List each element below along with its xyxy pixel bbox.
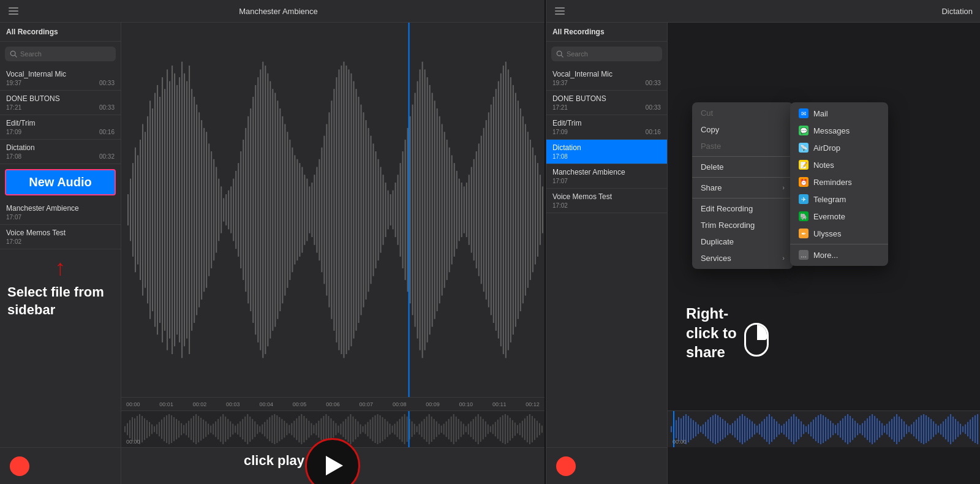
svg-rect-272 (363, 426, 364, 433)
svg-rect-155 (500, 74, 502, 347)
svg-rect-204 (195, 414, 197, 444)
list-item[interactable]: Vocal_Internal Mic 19:37 00:33 (0, 66, 121, 91)
submenu-mail[interactable]: ✉ Mail (790, 105, 888, 122)
svg-rect-320 (480, 417, 481, 442)
svg-rect-358 (690, 418, 692, 440)
context-menu-trim-recording[interactable]: Trim Recording (692, 217, 793, 233)
instruction-text: Select file from sidebar (7, 284, 113, 319)
svg-rect-219 (232, 424, 233, 435)
context-menu-duplicate[interactable]: Duplicate (692, 233, 793, 250)
svg-rect-9 (142, 124, 143, 295)
svg-rect-408 (813, 420, 814, 439)
svg-rect-127 (432, 93, 433, 327)
svg-rect-229 (257, 425, 258, 434)
svg-rect-379 (742, 414, 743, 444)
notes-icon: 📝 (799, 160, 809, 170)
svg-rect-172 (542, 186, 543, 233)
svg-rect-207 (203, 420, 204, 439)
submenu-reminders[interactable]: ⏰ Reminders (790, 173, 888, 191)
record-button[interactable] (10, 456, 29, 476)
svg-rect-42 (223, 198, 224, 221)
context-menu-services[interactable]: Services › (692, 250, 793, 267)
recording-meta: 17:07 (6, 214, 115, 221)
svg-rect-213 (217, 419, 219, 439)
svg-rect-368 (715, 414, 716, 444)
svg-rect-435 (879, 421, 880, 438)
svg-rect-256 (323, 416, 324, 442)
svg-rect-311 (458, 419, 459, 439)
list-item[interactable]: Voice Memos Test 17:02 (0, 225, 121, 249)
context-menu-copy[interactable]: Copy (692, 121, 793, 138)
svg-rect-135 (451, 155, 453, 264)
right-sidebar-toggle-button[interactable] (554, 5, 566, 17)
search-bar[interactable] (5, 47, 116, 61)
svg-rect-4 (130, 179, 131, 241)
list-item[interactable]: DONE BUTONS 17:21 00:33 (546, 91, 667, 115)
svg-rect-225 (247, 414, 248, 444)
list-item[interactable]: Vocal_Internal Mic 19:37 00:33 (546, 66, 667, 91)
context-menu-edit-recording[interactable]: Edit Recording (692, 200, 793, 217)
svg-rect-286 (397, 422, 398, 437)
submenu-notes[interactable]: 📝 Notes (790, 156, 888, 173)
recording-meta: 19:37 00:33 (6, 80, 115, 86)
svg-rect-407 (810, 422, 812, 437)
svg-rect-189 (159, 422, 160, 437)
search-input[interactable] (20, 50, 111, 58)
list-item[interactable]: Edit/Trim 17:09 00:16 (546, 115, 667, 140)
time-mark: 00:01 (159, 401, 173, 407)
waveform-main[interactable] (121, 23, 545, 397)
submenu-telegram[interactable]: ✈ Telegram (790, 191, 888, 208)
svg-rect-124 (424, 69, 426, 350)
list-item[interactable]: Manchester Ambience 17:07 (546, 164, 667, 189)
svg-rect-402 (798, 419, 799, 439)
svg-rect-197 (178, 421, 179, 438)
submenu-more[interactable]: … More... (790, 246, 888, 263)
context-menu-cut[interactable]: Cut (692, 105, 793, 121)
submenu-evernote[interactable]: 🐘 Evernote (790, 208, 888, 225)
context-menu-paste[interactable]: Paste (692, 138, 793, 154)
svg-rect-309 (453, 414, 454, 444)
sidebar-toggle-button[interactable] (7, 5, 20, 17)
context-menu-divider (692, 156, 793, 157)
right-search-bar[interactable] (551, 47, 662, 61)
new-audio-box[interactable]: New Audio (5, 169, 116, 195)
svg-rect-84 (326, 124, 327, 295)
submenu-ulysses[interactable]: ✒ Ulysses (790, 225, 888, 242)
svg-rect-107 (383, 175, 384, 245)
submenu-airdrop[interactable]: 📡 AirDrop (790, 139, 888, 156)
recording-time: 19:37 (6, 80, 21, 86)
svg-rect-38 (213, 159, 214, 260)
svg-rect-28 (189, 66, 190, 354)
right-record-button[interactable] (556, 456, 576, 476)
submenu-messages[interactable]: 💬 Messages (790, 122, 888, 139)
reminders-icon: ⏰ (799, 177, 809, 187)
delete-label: Delete (701, 162, 724, 172)
time-mark: 00:08 (393, 401, 407, 407)
svg-rect-310 (456, 417, 457, 442)
svg-rect-322 (485, 422, 486, 437)
svg-rect-95 (353, 81, 354, 338)
svg-rect-97 (358, 97, 359, 323)
right-search-input[interactable] (567, 50, 657, 58)
more-label: More... (813, 251, 838, 260)
list-item[interactable]: DONE BUTONS 17:21 00:33 (0, 91, 121, 115)
time-mark: 00:06 (326, 401, 340, 407)
svg-rect-115 (402, 151, 404, 268)
list-item[interactable]: Voice Memos Test 17:02 (546, 189, 667, 213)
svg-rect-423 (850, 416, 851, 442)
list-item[interactable]: Dictation 17:08 00:32 (0, 140, 121, 164)
context-menu-delete[interactable]: Delete (692, 159, 793, 175)
list-item-dictation[interactable]: Dictation 17:08 (546, 140, 667, 164)
context-menu-share[interactable]: Share › (692, 180, 793, 196)
svg-rect-243 (291, 423, 292, 436)
svg-rect-69 (289, 140, 290, 280)
list-item[interactable]: Manchester Ambience 17:07 (0, 200, 121, 225)
recording-name: Vocal_Internal Mic (6, 70, 115, 78)
svg-rect-96 (355, 89, 356, 331)
airdrop-label: AirDrop (813, 143, 840, 153)
svg-rect-108 (385, 183, 386, 237)
chevron-right-icon: › (783, 184, 785, 191)
list-item[interactable]: Edit/Trim 17:09 00:16 (0, 115, 121, 140)
svg-rect-395 (781, 426, 782, 433)
right-window-header: Dictation (546, 0, 980, 23)
